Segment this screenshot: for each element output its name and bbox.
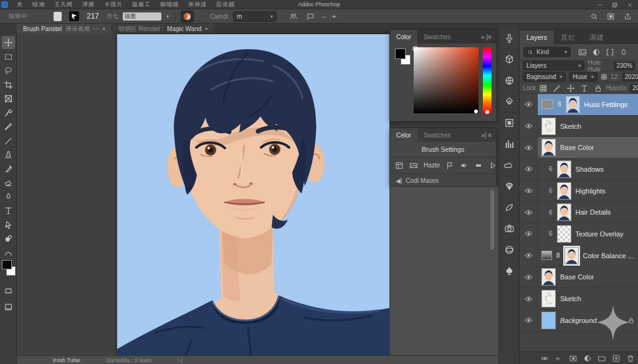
layer-row-5[interactable]: 6Hair Details bbox=[520, 202, 638, 223]
layers-kind-dropdown[interactable]: Liayers▾ bbox=[523, 61, 584, 70]
dock-globe-icon[interactable] bbox=[499, 70, 520, 91]
document-tab-2[interactable]: 明明区 Renstel : Magic Wand ▾ bbox=[112, 24, 214, 34]
panel-foreground-swatch[interactable] bbox=[395, 49, 406, 59]
layer-row-2[interactable]: Base Color bbox=[520, 137, 638, 159]
tool-screen-mode[interactable] bbox=[2, 301, 15, 314]
layers-footer-fx-icon[interactable]: fx bbox=[555, 354, 563, 363]
panel-color-swatches[interactable] bbox=[395, 49, 411, 65]
tool-preset-icon[interactable] bbox=[69, 11, 79, 21]
brush-panel-tab-color[interactable]: Celor bbox=[390, 128, 417, 142]
menu-item-6[interactable]: 御唱嗝 bbox=[160, 0, 179, 9]
brush-icon[interactable] bbox=[553, 84, 561, 93]
menu-item-8[interactable]: 应依颇 bbox=[216, 0, 235, 9]
dock-diamond-icon[interactable] bbox=[499, 91, 520, 113]
brush-panel-menu-icon[interactable]: »| ≡ bbox=[481, 132, 496, 139]
layer-row-1[interactable]: Sketch bbox=[520, 116, 638, 138]
type-icon[interactable] bbox=[580, 84, 589, 93]
layer-visibility-toggle[interactable] bbox=[520, 116, 538, 137]
layer-visibility-toggle[interactable] bbox=[520, 288, 538, 309]
tool-rect-tool[interactable] bbox=[2, 284, 15, 297]
size-dropdown-caret[interactable]: ▾ bbox=[166, 14, 169, 19]
layer-visibility-toggle[interactable] bbox=[520, 310, 538, 331]
layer-name[interactable]: Shadows bbox=[576, 166, 604, 173]
decrease-button[interactable]: – bbox=[322, 13, 326, 20]
saturation-marker[interactable] bbox=[412, 46, 418, 52]
dock-artboard-icon[interactable] bbox=[499, 113, 520, 134]
layer-name[interactable]: Sketch bbox=[560, 123, 581, 130]
layer-filter-dropdown[interactable]: Kind ▾ bbox=[523, 47, 571, 57]
tool-crop[interactable] bbox=[2, 78, 15, 91]
grid-icon[interactable] bbox=[601, 73, 607, 81]
tool-frame[interactable] bbox=[2, 92, 15, 105]
tool-marquee[interactable] bbox=[2, 50, 15, 63]
layer-visibility-toggle[interactable] bbox=[520, 267, 538, 288]
tool-eyedropper[interactable] bbox=[2, 106, 15, 119]
color-panel-tab-swatches[interactable]: Swatches bbox=[417, 30, 457, 44]
half-circle-icon[interactable] bbox=[592, 48, 601, 57]
dock-cube-icon[interactable] bbox=[499, 49, 520, 70]
layer-mask-thumbnail[interactable] bbox=[541, 100, 553, 109]
layer-name[interactable]: Huss Fettiings bbox=[584, 101, 628, 108]
hue-slider[interactable] bbox=[483, 47, 492, 113]
foreground-color-swatch[interactable] bbox=[2, 260, 12, 269]
layer-row-7[interactable]: 8Color Balance A... bbox=[520, 245, 638, 267]
panel-icon-icon[interactable] bbox=[395, 161, 404, 170]
bar-icon[interactable] bbox=[474, 161, 483, 170]
size-input[interactable]: 描图 bbox=[123, 12, 161, 21]
hue-marker[interactable] bbox=[485, 110, 489, 114]
grid-icon[interactable] bbox=[539, 84, 548, 93]
menu-item-2[interactable]: 王凡阀 bbox=[54, 0, 73, 9]
document-tab-1[interactable]: Brush Panstel 强云画相 — ▾ bbox=[17, 24, 112, 34]
menu-item-1[interactable]: 锦湘 bbox=[32, 0, 45, 9]
tool-brush[interactable] bbox=[2, 120, 15, 133]
tool-lasso[interactable] bbox=[2, 64, 15, 77]
dock-shell-icon[interactable] bbox=[499, 176, 520, 197]
comment-icon[interactable] bbox=[307, 12, 315, 21]
tool-presets-row[interactable]: ◀| Codl Mases bbox=[390, 174, 496, 187]
layer-visibility-toggle[interactable] bbox=[520, 159, 538, 180]
people-icon[interactable] bbox=[289, 12, 298, 21]
brush-size-value[interactable]: 217 bbox=[87, 12, 99, 21]
tool-eraser[interactable] bbox=[2, 176, 15, 189]
layer-row-3[interactable]: 6Shadows bbox=[520, 159, 638, 180]
canvas-document[interactable] bbox=[117, 34, 389, 355]
tool-shape-blob[interactable] bbox=[2, 232, 15, 245]
layers-footer-new-layer-icon[interactable] bbox=[612, 354, 621, 363]
dock-chart-icon[interactable] bbox=[499, 134, 520, 155]
layer-name[interactable]: Base Color bbox=[560, 144, 594, 151]
menu-item-3[interactable]: 津频 bbox=[82, 0, 95, 9]
tool-history-brush[interactable] bbox=[2, 162, 15, 175]
dock-cloud-icon[interactable] bbox=[499, 155, 520, 176]
menu-item-4[interactable]: 卡国片 bbox=[104, 0, 123, 9]
color-panel-menu-icon[interactable]: » |≡ bbox=[481, 34, 496, 40]
color-sample-dot[interactable] bbox=[474, 110, 478, 113]
mode-dropdown[interactable]: m▾ bbox=[233, 11, 277, 22]
increase-button[interactable]: + bbox=[332, 12, 337, 21]
dock-sphere-icon[interactable] bbox=[499, 240, 520, 261]
layer-name[interactable]: Background bbox=[560, 317, 597, 324]
lock-right-value[interactable]: 200% bbox=[630, 84, 638, 93]
color-wheel-button[interactable] bbox=[181, 11, 194, 22]
fill-value[interactable]: 2020S bbox=[622, 73, 638, 82]
layer-row-4[interactable]: 6Highlights bbox=[520, 180, 638, 202]
scrollbar[interactable] bbox=[490, 190, 494, 250]
adjustment-thumbnail[interactable] bbox=[541, 251, 552, 260]
layer-name[interactable]: Color Balance A... bbox=[583, 252, 635, 259]
layer-row-6[interactable]: 6Texture Overlay bbox=[520, 223, 638, 245]
tool-pencil[interactable] bbox=[2, 134, 15, 147]
channels-tab[interactable]: 其红 bbox=[554, 30, 583, 44]
saturation-field[interactable] bbox=[414, 47, 478, 113]
brackets-icon[interactable] bbox=[606, 48, 614, 57]
layers-tab[interactable]: Layers bbox=[520, 30, 554, 44]
dock-mic-icon[interactable] bbox=[499, 28, 520, 49]
layer-name[interactable]: Highlights bbox=[576, 187, 606, 195]
menu-item-0[interactable]: 夹 bbox=[17, 0, 23, 9]
tool-stamp[interactable] bbox=[2, 148, 15, 161]
color-swatches-widget[interactable] bbox=[2, 260, 16, 279]
blend-mode-dropdown[interactable]: Baginsund▾ bbox=[523, 72, 566, 82]
dock-camera-icon[interactable] bbox=[499, 218, 520, 240]
move-icon[interactable] bbox=[566, 84, 575, 93]
workspace-icon[interactable] bbox=[607, 12, 615, 21]
layers-footer-trash-icon[interactable] bbox=[626, 354, 635, 363]
droplet-icon[interactable] bbox=[619, 48, 628, 57]
